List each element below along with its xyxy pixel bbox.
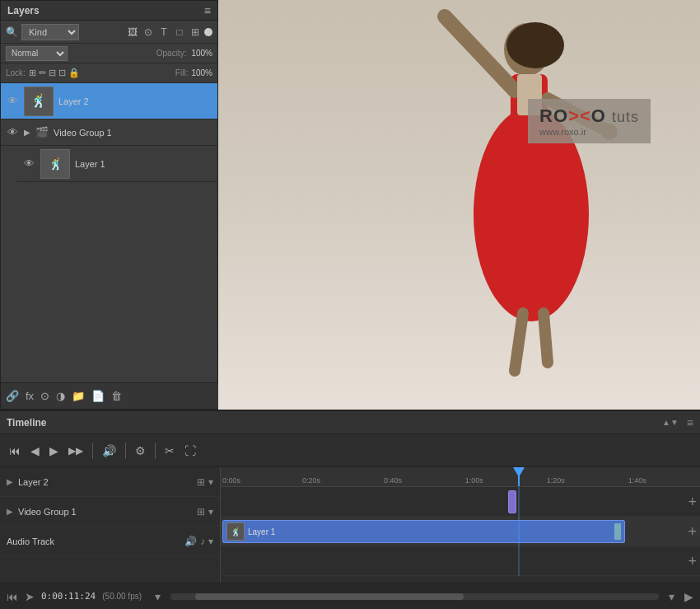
filter-icons: 🖼 ⊙ T □ ⊞ xyxy=(126,26,212,38)
track-name-layer2: Layer 2 xyxy=(18,477,192,487)
layer-name-group1: Video Group 1 xyxy=(54,128,112,138)
visibility-icon-group1[interactable]: 👁 xyxy=(6,126,19,138)
track-name-group1: Video Group 1 xyxy=(18,507,192,517)
layer-item-layer1[interactable]: 👁 🕺 Layer 1 xyxy=(17,146,217,182)
canvas-area: RO><O tuts www.roxo.ir xyxy=(218,0,700,410)
timeline-menu-icon[interactable]: ≡ xyxy=(687,416,693,429)
lock-position-icon[interactable]: ✏ xyxy=(39,68,46,78)
adjustment-filter-icon[interactable]: ⊙ xyxy=(142,26,155,38)
panel-title: Layers xyxy=(7,5,40,16)
opacity-value: 100% xyxy=(191,49,212,58)
track-icon-grid[interactable]: ⊞ xyxy=(197,476,205,488)
lock-icon[interactable]: 🔒 xyxy=(68,68,80,78)
filter-active-dot xyxy=(204,28,212,36)
blend-mode-row: Normal Multiply Screen Opacity: 100% xyxy=(1,44,217,63)
playhead-line-group1 xyxy=(518,517,520,546)
track-clip-layer1[interactable]: 🕺 Layer 1 xyxy=(222,520,625,543)
new-group-icon[interactable]: 📁 xyxy=(72,390,85,402)
new-layer-icon[interactable]: 📄 xyxy=(91,390,105,402)
ruler-mark-40: 0:40s xyxy=(384,476,402,485)
track-audio-chevron[interactable]: ▾ xyxy=(208,536,213,547)
scrollbar-thumb xyxy=(195,593,464,600)
track-labels: ▶ Layer 2 ⊞ ▾ ▶ Video Group 1 ⊞ ▾ Audio … xyxy=(0,467,221,583)
bottom-go-forward[interactable]: ➤ xyxy=(25,590,35,603)
lock-pixel-icon[interactable]: ⊞ xyxy=(29,68,36,78)
track-icons-group1: ⊞ ▾ xyxy=(197,506,213,518)
add-mask-icon[interactable]: ⊙ xyxy=(40,390,49,402)
svg-point-1 xyxy=(506,22,564,68)
track-row-audio: + xyxy=(221,546,700,576)
canvas-content: RO><O tuts www.roxo.ir xyxy=(218,0,700,410)
adjustment-layer-icon[interactable]: ◑ xyxy=(56,390,65,402)
fill-label: Fill: xyxy=(175,68,189,77)
track-icons-layer2: ⊞ ▾ xyxy=(197,476,213,488)
add-track-audio[interactable]: + xyxy=(688,552,697,569)
brand-prefix: RO xyxy=(539,105,568,126)
blend-mode-select[interactable]: Normal Multiply Screen xyxy=(6,46,68,61)
search-icon: 🔍 xyxy=(6,26,18,38)
track-icon-grid2[interactable]: ⊞ xyxy=(197,506,205,518)
fill-value: 100% xyxy=(191,68,212,77)
svg-line-8 xyxy=(515,313,523,371)
timeline-header-icons: ▲▼ ≡ xyxy=(662,416,693,429)
track-name-audio: Audio Track xyxy=(7,536,180,546)
timeline-scrollbar[interactable] xyxy=(170,593,659,600)
fx-icon[interactable]: fx xyxy=(26,390,34,402)
layer-name-layer1: Layer 1 xyxy=(75,159,212,169)
track-icons-audio: 🔊 ♪ ▾ xyxy=(184,536,213,547)
fps-display: (50.00 fps) xyxy=(102,592,142,601)
brand-arrow: >< xyxy=(568,105,591,126)
svg-line-4 xyxy=(445,16,515,91)
layer-item-video-group1[interactable]: 👁 ▶ 🎬 Video Group 1 xyxy=(1,119,217,146)
panel-menu-icon[interactable]: ≡ xyxy=(204,4,211,17)
lock-row: Lock: ⊞ ✏ ⊟ ⊡ 🔒 Fill: 100% xyxy=(1,63,217,83)
opacity-label: Opacity: xyxy=(156,49,187,58)
timeline-tracks: ▶ Layer 2 ⊞ ▾ ▶ Video Group 1 ⊞ ▾ Audio … xyxy=(0,467,700,583)
playhead-line-layer2 xyxy=(518,487,520,517)
dancer-image xyxy=(371,0,634,396)
bottom-skip-back[interactable]: ⏮ xyxy=(7,590,18,603)
type-filter-icon[interactable]: T xyxy=(157,26,170,38)
playhead-head xyxy=(513,467,525,477)
purple-bar-layer2[interactable] xyxy=(508,490,516,513)
track-music-icon[interactable]: ♪ xyxy=(200,536,205,547)
delete-layer-icon[interactable]: 🗑 xyxy=(111,390,122,402)
track-expand-group1[interactable]: ▶ xyxy=(7,507,13,516)
track-expand-layer2[interactable]: ▶ xyxy=(7,477,13,486)
layer-thumb-layer1: 🕺 xyxy=(40,149,70,179)
smart-filter-icon[interactable]: ⊞ xyxy=(189,26,202,38)
video-group-icon: 🎬 xyxy=(35,126,49,138)
track-label-audio[interactable]: Audio Track 🔊 ♪ ▾ xyxy=(0,527,220,556)
brand-tuts: tuts xyxy=(612,109,639,125)
lock-artboard-icon[interactable]: ⊟ xyxy=(49,68,56,78)
timeline-collapse-icon[interactable]: ▲▼ xyxy=(662,418,679,427)
add-track-group1[interactable]: + xyxy=(688,522,697,540)
add-track-layer2[interactable]: + xyxy=(688,493,697,510)
visibility-icon-layer1[interactable]: 👁 xyxy=(22,157,35,170)
clip-name: Layer 1 xyxy=(248,527,614,536)
visibility-icon-layer2[interactable]: 👁 xyxy=(6,95,19,107)
group-expand-arrow[interactable]: ▶ xyxy=(24,128,30,137)
ruler-mark-0: 0:00s xyxy=(222,476,240,485)
track-icon-chevron[interactable]: ▾ xyxy=(208,476,213,488)
track-row-video-group1: 🕺 Layer 1 + xyxy=(221,517,700,546)
watermark: RO><O tuts www.roxo.ir xyxy=(528,99,651,143)
track-label-video-group1[interactable]: ▶ Video Group 1 ⊞ ▾ xyxy=(0,497,220,527)
track-label-layer2[interactable]: ▶ Layer 2 ⊞ ▾ xyxy=(0,467,220,497)
link-layers-icon[interactable]: 🔗 xyxy=(6,390,19,402)
zoom-in-icon[interactable]: ▾ xyxy=(669,590,674,603)
shape-filter-icon[interactable]: □ xyxy=(173,26,186,38)
track-icon-chevron2[interactable]: ▾ xyxy=(208,506,213,518)
time-display: 0:00:11:24 xyxy=(41,591,96,602)
image-filter-icon[interactable]: 🖼 xyxy=(126,26,139,38)
kind-filter-select[interactable]: Kind Name Effect xyxy=(21,24,79,40)
layer-name-layer2: Layer 2 xyxy=(58,96,212,106)
lock-all-icon[interactable]: ⊡ xyxy=(58,68,66,78)
zoom-out-icon[interactable]: ▾ xyxy=(155,590,161,603)
watermark-brand: RO><O tuts xyxy=(539,105,639,127)
lock-icons: ⊞ ✏ ⊟ ⊡ 🔒 xyxy=(29,68,80,78)
layer-item-layer2[interactable]: 👁 🕺 Layer 2 xyxy=(1,83,217,119)
scroll-right-icon[interactable]: ▶ xyxy=(684,590,693,603)
lock-label: Lock: xyxy=(6,68,26,77)
track-audio-icon[interactable]: 🔊 xyxy=(184,536,197,547)
